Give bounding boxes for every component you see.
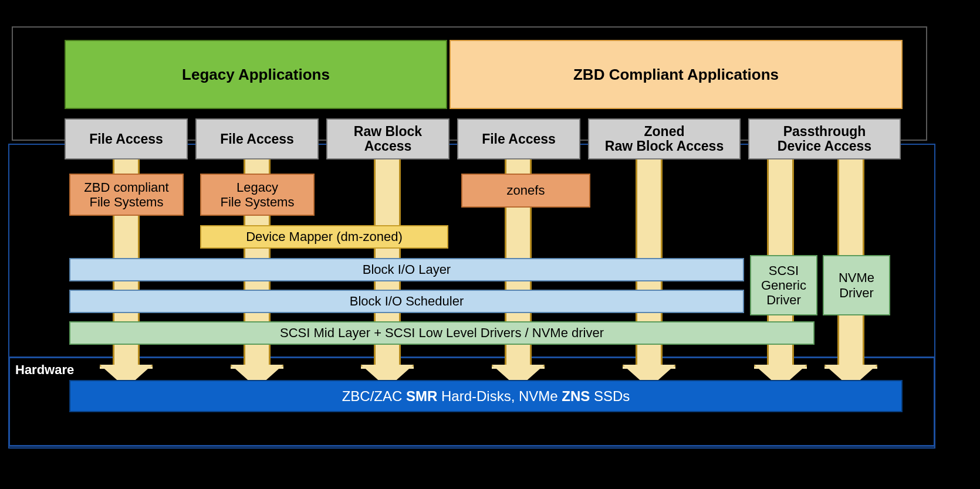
hw-text-mid: Hard-Disks, NVMe (437, 388, 562, 404)
hw-text-zns: ZNS (562, 388, 590, 404)
diagram-canvas: Legacy Applications ZBD Compliant Applic… (0, 0, 980, 489)
hw-text-smr: SMR (406, 388, 437, 404)
label-scsi-mid: SCSI Mid Layer + SCSI Low Level Drivers … (280, 325, 604, 341)
label-zbd-fs: ZBD compliant File Systems (84, 180, 168, 210)
label-legacy-fs: Legacy File Systems (221, 180, 295, 210)
label-access-5: Zoned Raw Block Access (605, 124, 724, 154)
label-hardware-bar: ZBC/ZAC SMR Hard-Disks, NVMe ZNS SSDs (342, 388, 630, 405)
label-access-4: File Access (482, 131, 556, 147)
block-access-5: Zoned Raw Block Access (588, 118, 741, 159)
block-access-1: File Access (65, 118, 188, 159)
block-blk-layer: Block I/O Layer (69, 258, 744, 281)
block-access-3: Raw Block Access (326, 118, 450, 159)
block-scsi-mid: SCSI Mid Layer + SCSI Low Level Drivers … (69, 321, 815, 345)
label-zbd-apps: ZBD Compliant Applications (573, 66, 779, 84)
label-hardware: Hardware (15, 362, 74, 378)
block-blk-sched: Block I/O Scheduler (69, 290, 744, 313)
label-access-6: Passthrough Device Access (778, 124, 871, 154)
label-nvme-driver: NVMe Driver (839, 270, 874, 300)
block-hardware-bar: ZBC/ZAC SMR Hard-Disks, NVMe ZNS SSDs (69, 380, 903, 412)
label-legacy-apps: Legacy Applications (182, 66, 330, 84)
block-scsi-generic: SCSI Generic Driver (750, 255, 817, 315)
hw-text-prefix: ZBC/ZAC (342, 388, 406, 404)
label-access-1: File Access (89, 131, 163, 147)
block-legacy-apps: Legacy Applications (65, 40, 447, 109)
hw-text-suffix: SSDs (590, 388, 630, 404)
label-access-2: File Access (220, 131, 294, 147)
label-access-3: Raw Block Access (354, 124, 422, 154)
block-access-6: Passthrough Device Access (748, 118, 901, 159)
block-zonefs: zonefs (461, 174, 590, 208)
block-dm-zoned: Device Mapper (dm-zoned) (200, 225, 448, 249)
label-scsi-generic: SCSI Generic Driver (761, 263, 806, 308)
block-nvme-driver: NVMe Driver (823, 255, 890, 315)
block-access-4: File Access (457, 118, 580, 159)
block-zbd-apps: ZBD Compliant Applications (450, 40, 903, 109)
label-blk-layer: Block I/O Layer (363, 262, 451, 277)
block-legacy-fs: Legacy File Systems (200, 174, 315, 216)
label-zonefs: zonefs (507, 183, 545, 198)
block-zbd-fs: ZBD compliant File Systems (69, 174, 184, 216)
label-blk-sched: Block I/O Scheduler (350, 294, 464, 309)
block-access-2: File Access (195, 118, 319, 159)
label-dm-zoned: Device Mapper (dm-zoned) (246, 229, 403, 244)
